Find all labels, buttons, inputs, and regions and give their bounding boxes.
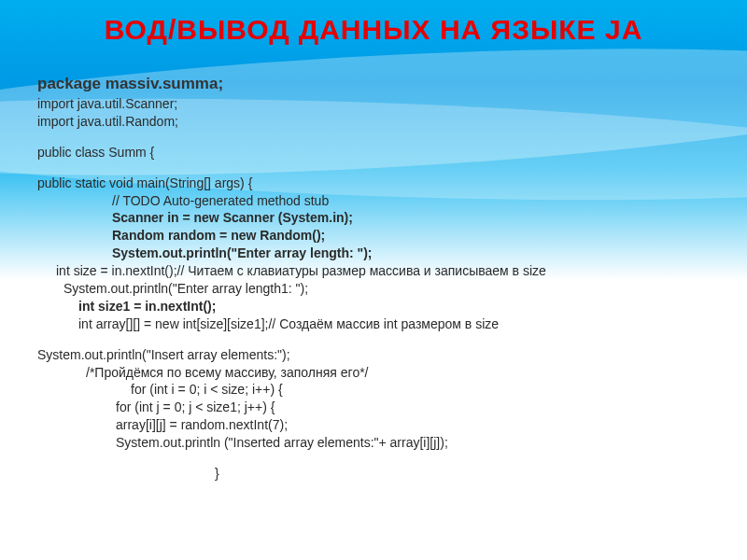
code-line: int array[][] = new int[size][size1];// …	[37, 315, 710, 333]
code-line: System.out.println("Insert array element…	[37, 346, 710, 364]
code-line: package massiv.summa;	[37, 74, 710, 95]
code-content: package massiv.summa; import java.util.S…	[37, 74, 710, 483]
code-line: Scanner in = new Scanner (System.in);	[37, 209, 710, 227]
code-line: }	[37, 465, 710, 483]
code-line: System.out.println ("Inserted array elem…	[37, 434, 710, 452]
code-line: public static void main(String[] args) {	[37, 175, 710, 192]
code-line: Random random = new Random();	[37, 227, 710, 245]
code-line: System.out.println("Enter array length: …	[37, 245, 710, 262]
code-line: for (int j = 0; j < size1; j++) {	[37, 399, 710, 416]
code-line: int size = in.nextInt();// Читаем с клав…	[37, 262, 710, 280]
code-line: for (int i = 0; i < size; i++) {	[37, 381, 710, 399]
code-line: array[i][j] = random.nextInt(7);	[37, 416, 710, 434]
slide-title: ВОД/ВЫВОД ДАННЫХ НА ЯЗЫКЕ JA	[0, 0, 747, 46]
code-line: int size1 = in.nextInt();	[37, 298, 710, 315]
code-line: System.out.println("Enter array length1:…	[37, 280, 710, 298]
code-line: import java.util.Scanner;	[37, 95, 710, 113]
code-line: /*Пройдёмся по всему массиву, заполняя е…	[37, 364, 710, 382]
code-line: // TODO Auto-generated method stub	[37, 192, 710, 210]
code-line: import java.util.Random;	[37, 113, 710, 131]
code-line: public class Summ {	[37, 144, 710, 161]
